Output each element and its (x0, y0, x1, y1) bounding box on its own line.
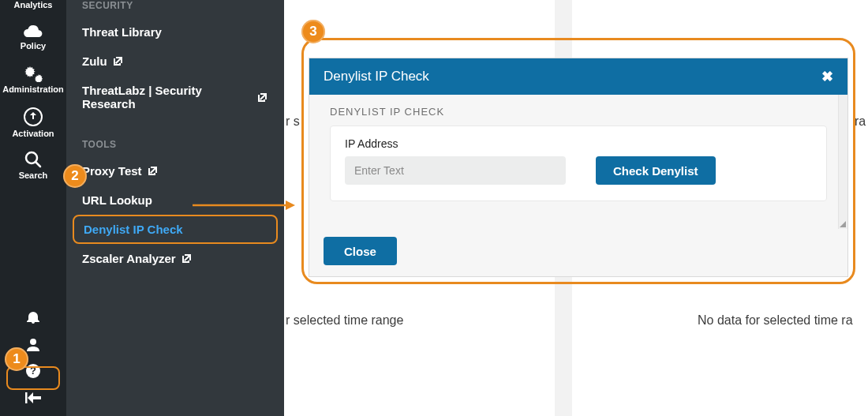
submenu-item-zulu[interactable]: Zulu (66, 47, 284, 76)
field-label: IP Address (345, 137, 566, 150)
bg-text-fragment: r s (286, 114, 300, 129)
submenu-item-threat-library[interactable]: Threat Library (66, 17, 284, 47)
submenu-item-proxy-test[interactable]: Proxy Test (66, 156, 284, 186)
modal-scrollbar[interactable] (838, 95, 847, 229)
bg-text-fragment: ra (855, 114, 866, 129)
submenu-section-label: TOOLS (66, 136, 284, 156)
bg-text-fragment: r selected time range (286, 313, 403, 328)
submenu-item-label: URL Lookup (82, 193, 152, 207)
modal-footer: Close (309, 229, 847, 276)
callout-3-highlight: Denylist IP Check ✖ DENYLIST IP CHECK IP… (301, 38, 855, 284)
close-icon: ✖ (821, 69, 833, 84)
callout-badge-2: 2 (63, 164, 87, 188)
help-icon: ? (25, 363, 41, 382)
gears-icon (23, 66, 43, 82)
svg-line-2 (36, 162, 40, 167)
cloud-icon (23, 24, 43, 39)
nav-label: Administration (2, 84, 64, 94)
svg-rect-6 (25, 392, 28, 403)
submenu-item-label: Zulu (82, 54, 107, 68)
submenu-item-label: ThreatLabz | Security Research (82, 84, 252, 111)
nav-item-administration[interactable]: Administration (0, 58, 66, 101)
nav-label: Policy (21, 41, 46, 51)
external-link-icon (112, 55, 124, 67)
submenu-item-label: Zscaler Analyzer (82, 252, 176, 265)
nav-label: Activation (12, 129, 54, 138)
callout-badge-3: 3 (301, 20, 325, 43)
svg-point-3 (30, 339, 36, 345)
submenu-panel: SECURITY Threat Library Zulu ThreatLabz … (66, 0, 284, 416)
external-link-icon (256, 92, 268, 103)
collapse-button[interactable] (0, 386, 66, 413)
denylist-modal: Denylist IP Check ✖ DENYLIST IP CHECK IP… (309, 58, 848, 277)
rail-spacer (0, 186, 66, 305)
check-denylist-button[interactable]: Check Denylist (596, 156, 716, 185)
modal-header: Denylist IP Check ✖ (309, 58, 847, 95)
nav-item-policy[interactable]: Policy (0, 16, 66, 58)
nav-item-analytics[interactable]: Analytics (0, 0, 66, 16)
nav-item-activation[interactable]: Activation (0, 101, 66, 144)
external-link-icon (181, 253, 193, 264)
ip-address-input[interactable] (345, 156, 566, 185)
submenu-item-label: Denylist IP Check (84, 223, 183, 236)
close-button[interactable]: Close (324, 237, 397, 265)
bell-icon (26, 310, 40, 328)
ip-address-field: IP Address (345, 137, 566, 185)
submenu-item-zscaler-analyzer[interactable]: Zscaler Analyzer (66, 244, 284, 273)
submenu-item-threatlabz[interactable]: ThreatLabz | Security Research (66, 76, 284, 118)
nav-label: Analytics (14, 0, 53, 9)
nav-rail-top: Analytics Policy Administration Activati… (0, 0, 66, 186)
modal-title: Denylist IP Check (324, 69, 429, 84)
bg-text-fragment: No data for selected time ra (698, 313, 853, 328)
modal-close-button[interactable]: ✖ (821, 68, 833, 85)
submenu-section-label: SECURITY (66, 0, 284, 17)
svg-text:?: ? (30, 365, 36, 377)
collapse-left-icon (25, 392, 41, 407)
user-icon (26, 337, 40, 354)
upload-circle-icon (24, 107, 43, 126)
modal-body: DENYLIST IP CHECK IP Address Check Denyl… (309, 95, 847, 229)
modal-section-label: DENYLIST IP CHECK (330, 106, 827, 118)
external-link-icon (147, 165, 159, 177)
search-icon (24, 151, 42, 168)
callout-badge-1: 1 (5, 347, 28, 371)
ip-check-card: IP Address Check Denylist (330, 126, 827, 201)
submenu-item-url-lookup[interactable]: URL Lookup (66, 186, 284, 215)
notifications-button[interactable] (0, 305, 66, 332)
nav-label: Search (19, 171, 48, 180)
submenu-item-denylist-ip-check[interactable]: Denylist IP Check (73, 215, 278, 244)
nav-item-search[interactable]: Search (0, 144, 66, 186)
submenu-item-label: Threat Library (82, 25, 162, 39)
submenu-item-label: Proxy Test (82, 164, 142, 178)
